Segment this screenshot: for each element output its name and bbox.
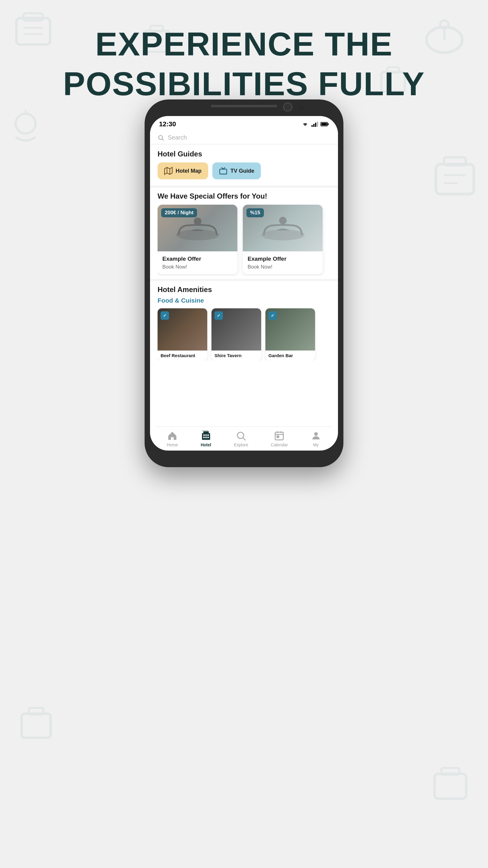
amenities-grid: ✓ Beef Restaurant ✓ Shire Tavern ✓ — [158, 308, 330, 361]
offer-card-2[interactable]: %15 Example Offer Book Now! — [243, 205, 323, 274]
svg-rect-34 — [220, 169, 227, 174]
svg-rect-41 — [203, 434, 205, 436]
hotel-guides-title: Hotel Guides — [158, 150, 330, 158]
my-icon — [311, 430, 321, 441]
svg-marker-31 — [164, 167, 172, 174]
svg-point-35 — [176, 229, 219, 240]
svg-rect-45 — [205, 437, 207, 438]
offer-badge-2: %15 — [247, 208, 264, 217]
status-time: 12:30 — [159, 120, 176, 128]
amenity-card-3[interactable]: ✓ Garden Bar — [265, 308, 315, 361]
tv-guide-button[interactable]: TV Guide — [213, 162, 261, 179]
phone-screen: 12:30 — [150, 116, 338, 451]
svg-point-48 — [237, 432, 244, 438]
nav-label-explore: Explore — [234, 442, 248, 447]
svg-rect-22 — [312, 125, 313, 127]
nav-item-home[interactable]: Home — [167, 430, 178, 447]
hotel-icon: ★★★★★ — [201, 430, 212, 441]
svg-rect-44 — [203, 437, 205, 438]
offer-cta-1[interactable]: Book Now! — [162, 264, 233, 270]
bottom-nav: Home ★★★★★ Hotel — [156, 427, 332, 451]
home-icon — [167, 430, 178, 441]
explore-icon — [235, 430, 247, 441]
status-icons — [301, 121, 329, 127]
nav-label-calendar: Calendar — [271, 442, 288, 447]
wifi-icon — [301, 121, 309, 127]
hero-section: EXPERIENCE THE POSSIBILITIES FULLY — [0, 24, 488, 104]
svg-rect-24 — [315, 123, 316, 127]
svg-point-29 — [159, 135, 163, 139]
amenity-check-3: ✓ — [268, 311, 277, 320]
amenity-name-2: Shire Tavern — [212, 350, 261, 361]
svg-rect-40 — [203, 431, 209, 434]
svg-point-38 — [279, 217, 287, 224]
svg-rect-25 — [317, 121, 318, 127]
amenity-image-2: ✓ — [212, 308, 261, 350]
search-placeholder: Search — [168, 134, 330, 141]
nav-label-hotel: Hotel — [201, 442, 211, 447]
signal-icon — [312, 121, 318, 127]
hero-title-line1: EXPERIENCE THE — [0, 24, 488, 64]
status-bar: 12:30 — [150, 116, 338, 131]
bathtub-silhouette-1 — [170, 213, 225, 243]
svg-point-55 — [314, 432, 318, 436]
nav-item-my[interactable]: My — [311, 430, 321, 447]
svg-rect-21 — [441, 768, 459, 775]
phone-camera — [283, 102, 292, 112]
amenity-name-1: Beef Restaurant — [158, 350, 207, 361]
nav-item-calendar[interactable]: Calendar — [271, 430, 288, 447]
tv-guide-label: TV Guide — [230, 168, 254, 174]
svg-point-37 — [261, 229, 304, 240]
svg-rect-14 — [436, 164, 474, 194]
amenities-section: Hotel Amenities Food & Cuisine ✓ Beef Re… — [150, 279, 338, 364]
svg-rect-46 — [207, 437, 209, 438]
tv-icon — [219, 167, 227, 175]
offer-card-body-1: Example Offer Book Now! — [158, 251, 237, 274]
offer-cta-2[interactable]: Book Now! — [248, 264, 318, 270]
amenities-sub-title: Food & Cuisine — [158, 297, 330, 304]
svg-rect-20 — [435, 774, 466, 799]
svg-rect-28 — [328, 123, 329, 125]
phone-sensor — [299, 105, 304, 110]
amenity-image-3: ✓ — [265, 308, 315, 350]
offer-name-2: Example Offer — [248, 255, 318, 262]
search-bar[interactable]: Search — [150, 131, 338, 144]
amenity-check-1: ✓ — [161, 311, 169, 320]
svg-rect-1 — [24, 13, 43, 21]
offer-image-1: 200€ / Night — [158, 205, 237, 251]
hero-title-line2: POSSIBILITIES FULLY — [0, 64, 488, 104]
bathtub-silhouette-2 — [256, 213, 310, 243]
map-icon — [164, 167, 173, 175]
svg-point-12 — [16, 114, 36, 133]
svg-rect-27 — [321, 123, 327, 125]
amenities-title: Hotel Amenities — [158, 285, 330, 294]
hotel-map-button[interactable]: Hotel Map — [158, 162, 208, 179]
search-icon — [158, 134, 164, 141]
svg-rect-18 — [22, 714, 51, 738]
nav-label-my: My — [313, 442, 319, 447]
amenity-name-3: Garden Bar — [265, 350, 315, 361]
svg-rect-54 — [277, 436, 279, 438]
svg-rect-50 — [275, 432, 284, 440]
svg-line-30 — [162, 139, 164, 141]
content-area: Hotel Guides Hotel Map — [150, 144, 338, 423]
svg-line-49 — [243, 438, 246, 440]
special-offers-section: We Have Special Offers for You! — [150, 185, 338, 279]
amenity-card-1[interactable]: ✓ Beef Restaurant — [158, 308, 207, 361]
svg-rect-15 — [444, 157, 466, 165]
amenity-card-2[interactable]: ✓ Shire Tavern — [212, 308, 261, 361]
phone-top-bar — [211, 105, 277, 107]
hotel-guides-section: Hotel Guides Hotel Map — [150, 144, 338, 185]
nav-item-hotel[interactable]: ★★★★★ Hotel — [201, 430, 212, 447]
svg-rect-23 — [313, 124, 315, 127]
battery-icon — [321, 121, 329, 127]
svg-rect-19 — [29, 708, 43, 715]
offer-card-1[interactable]: 200€ / Night Example Offer Book Now! — [158, 205, 237, 274]
hotel-map-label: Hotel Map — [175, 168, 201, 174]
offers-scroll[interactable]: 200€ / Night Example Offer Book Now! — [158, 205, 330, 276]
svg-rect-42 — [205, 434, 207, 436]
guide-buttons-container: Hotel Map TV Guide — [158, 162, 330, 179]
nav-item-explore[interactable]: Explore — [234, 430, 248, 447]
offer-name-1: Example Offer — [162, 255, 233, 262]
svg-point-36 — [194, 217, 201, 225]
